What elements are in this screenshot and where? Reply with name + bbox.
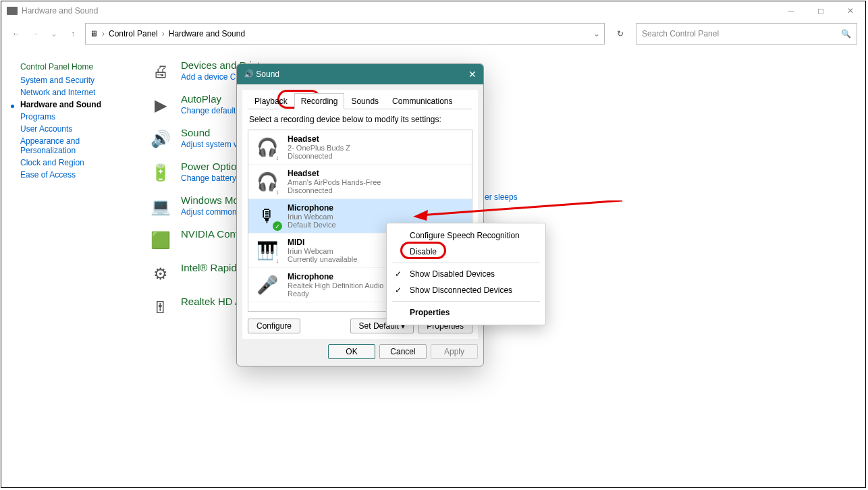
category-icon: ▶ — [148, 93, 173, 117]
tab-communications[interactable]: Communications — [385, 93, 459, 109]
category-icon: ⚙ — [148, 262, 173, 286]
sidebar-item[interactable]: Clock and Region — [20, 158, 128, 167]
cancel-button[interactable]: Cancel — [379, 344, 427, 359]
context-menu: Configure Speech RecognitionDisableShow … — [386, 223, 546, 325]
maximize-button[interactable]: ◻ — [806, 1, 836, 20]
partial-link-text[interactable]: er sleeps — [485, 192, 518, 202]
sidebar-item[interactable]: Appearance and Personalization — [20, 136, 128, 155]
check-icon: ✓ — [395, 285, 402, 295]
recent-button[interactable]: ⌄ — [47, 27, 61, 40]
configure-button[interactable]: Configure — [248, 319, 300, 333]
device-sub: Iriun Webcam — [288, 213, 336, 221]
tab-sounds[interactable]: Sounds — [344, 93, 385, 109]
refresh-button[interactable]: ↻ — [610, 24, 630, 44]
device-sub: Aman's AirPods Hands-Free — [288, 178, 381, 186]
sidebar-item[interactable]: Hardware and Sound — [20, 100, 128, 109]
ok-button[interactable]: OK — [328, 344, 375, 359]
sidebar-home-link[interactable]: Control Panel Home — [20, 62, 128, 72]
device-badge: ↓ — [273, 187, 282, 196]
device-icon: 🎤 — [254, 271, 281, 298]
tab-playback[interactable]: Playback — [248, 93, 294, 109]
device-sub: 2- OnePlus Buds Z — [288, 144, 350, 152]
device-row[interactable]: 🎧↓Headset2- OnePlus Buds ZDisconnected — [248, 130, 472, 165]
window-titlebar: Hardware and Sound ─ ◻ ✕ — [1, 1, 865, 20]
dialog-titlebar: 🔊 Sound ✕ — [237, 64, 483, 84]
app-icon — [7, 7, 18, 15]
device-row[interactable]: 🎧↓HeadsetAman's AirPods Hands-FreeDiscon… — [248, 165, 472, 199]
category-icon: 🟩 — [148, 228, 173, 252]
category-icon: 🎚 — [148, 296, 173, 320]
device-badge: ✓ — [273, 221, 282, 231]
category-icon: 🖨 — [148, 59, 173, 84]
forward-button[interactable]: → — [28, 27, 42, 40]
category-link[interactable]: Adjust commonly — [181, 207, 242, 217]
device-icon: 🎧↓ — [254, 134, 281, 161]
device-sub: Realtek High Definition Audio — [288, 281, 383, 290]
device-name: MIDI — [288, 238, 304, 247]
breadcrumb-item[interactable]: Hardware and Sound — [169, 29, 245, 38]
context-item-disable[interactable]: Disable — [387, 244, 545, 260]
address-bar[interactable]: 🖥 › Control Panel › Hardware and Sound ⌄ — [85, 23, 605, 45]
device-icon: 🎹↓ — [254, 237, 281, 264]
window-title: Hardware and Sound — [22, 6, 98, 16]
control-panel-icon: 🖥 — [90, 29, 98, 38]
device-badge: ↓ — [273, 256, 282, 265]
device-name: Headset — [288, 134, 319, 144]
dialog-tabs: PlaybackRecordingSoundsCommunications — [248, 92, 472, 109]
context-item-properties[interactable]: Properties — [387, 304, 545, 321]
device-sub: Iriun Webcam — [288, 247, 357, 255]
sidebar-item[interactable]: Programs — [20, 112, 128, 121]
context-item-show-disabled-devices[interactable]: Show Disabled Devices✓ — [387, 266, 545, 282]
tab-recording[interactable]: Recording — [294, 93, 345, 109]
apply-button: Apply — [431, 344, 478, 359]
context-item-configure-speech-recognition[interactable]: Configure Speech Recognition — [387, 227, 545, 244]
sidebar-nav: Control Panel Home System and SecurityNe… — [20, 59, 128, 329]
device-status: Ready — [288, 290, 383, 298]
sidebar-item[interactable]: Network and Internet — [20, 88, 128, 97]
search-input[interactable]: Search Control Panel 🔍 — [636, 23, 857, 45]
device-name: Microphone — [288, 272, 333, 281]
device-status: Currently unavailable — [288, 255, 357, 263]
check-icon: ✓ — [395, 269, 402, 279]
breadcrumb-item[interactable]: Control Panel — [109, 29, 158, 38]
sidebar-item[interactable]: Ease of Access — [20, 170, 128, 180]
context-item-show-disconnected-devices[interactable]: Show Disconnected Devices✓ — [387, 282, 545, 298]
search-icon: 🔍 — [841, 29, 851, 38]
category-icon: 💻 — [148, 194, 173, 219]
dialog-close-button[interactable]: ✕ — [468, 69, 477, 80]
close-button[interactable]: ✕ — [836, 1, 865, 20]
device-name: Microphone — [288, 203, 333, 213]
minimize-button[interactable]: ─ — [776, 1, 806, 20]
search-placeholder: Search Control Panel — [642, 29, 719, 38]
back-button[interactable]: ← — [9, 27, 23, 40]
speaker-icon: 🔊 — [244, 70, 254, 79]
highlight-ring-disable — [400, 242, 446, 259]
up-button[interactable]: ↑ — [66, 27, 80, 40]
device-icon: 🎙✓ — [254, 202, 281, 229]
category-icon: 🔋 — [148, 161, 173, 185]
dialog-instruction: Select a recording device below to modif… — [249, 115, 471, 124]
device-status: Disconnected — [288, 186, 381, 194]
category-link[interactable]: Add a device — [181, 72, 227, 82]
device-name: Headset — [288, 169, 319, 178]
device-status: Default Device — [288, 221, 336, 229]
category-icon: 🔊 — [148, 127, 173, 151]
device-icon: 🎧↓ — [254, 168, 281, 195]
sidebar-item[interactable]: System and Security — [20, 76, 128, 85]
dialog-title: Sound — [256, 70, 279, 79]
sidebar-item[interactable]: User Accounts — [20, 124, 128, 134]
device-badge: ↓ — [273, 153, 282, 162]
device-status: Disconnected — [288, 152, 350, 160]
